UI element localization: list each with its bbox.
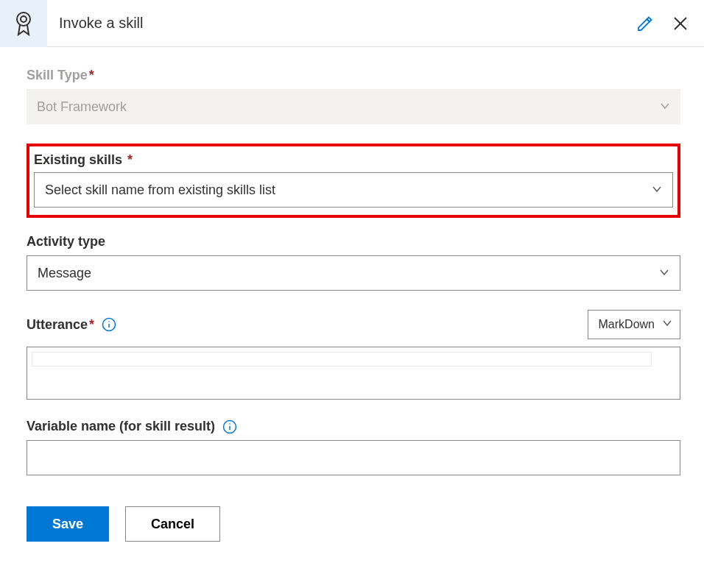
existing-skills-field: Existing skills * Select skill name from… <box>34 152 673 208</box>
skill-type-select: Bot Framework <box>27 89 680 124</box>
utterance-inner-line <box>32 352 652 366</box>
utterance-label: Utterance* <box>27 317 94 333</box>
chevron-down-icon <box>662 318 672 331</box>
utterance-label-row: Utterance* MarkDown <box>27 310 680 339</box>
chevron-down-icon <box>660 99 670 115</box>
utterance-textarea[interactable] <box>27 347 680 400</box>
cancel-button[interactable]: Cancel <box>125 506 220 542</box>
skill-type-value: Bot Framework <box>37 99 127 115</box>
variable-name-field: Variable name (for skill result) <box>27 419 680 475</box>
required-marker: * <box>127 152 133 167</box>
activity-type-value: Message <box>38 266 91 281</box>
utterance-format-select[interactable]: MarkDown <box>588 310 680 339</box>
variable-name-label-group: Variable name (for skill result) <box>27 419 680 434</box>
header-actions <box>630 9 704 38</box>
close-icon <box>672 15 689 32</box>
existing-skills-placeholder: Select skill name from existing skills l… <box>45 183 275 198</box>
svg-point-0 <box>17 13 30 26</box>
info-icon[interactable] <box>222 419 237 434</box>
required-marker: * <box>89 68 94 82</box>
utterance-label-text: Utterance <box>27 317 88 332</box>
svg-point-1 <box>21 16 27 22</box>
variable-name-label: Variable name (for skill result) <box>27 419 215 434</box>
info-icon[interactable] <box>102 317 116 332</box>
close-button[interactable] <box>666 9 695 38</box>
save-button[interactable]: Save <box>27 506 109 542</box>
chevron-down-icon <box>659 266 669 281</box>
existing-skills-highlight: Existing skills * Select skill name from… <box>27 144 680 218</box>
skill-type-label: Skill Type* <box>27 68 94 83</box>
utterance-label-group: Utterance* <box>27 317 116 333</box>
activity-type-field: Activity type Message <box>27 234 680 291</box>
utterance-format-value: MarkDown <box>599 318 655 331</box>
skill-badge-icon <box>0 0 47 47</box>
svg-point-9 <box>229 423 230 425</box>
existing-skills-label: Existing skills * <box>34 152 133 168</box>
button-row: Save Cancel <box>27 506 680 542</box>
chevron-down-icon <box>652 183 662 198</box>
activity-type-select[interactable]: Message <box>27 255 680 291</box>
skill-type-label-text: Skill Type <box>27 68 88 82</box>
required-marker: * <box>89 317 94 332</box>
variable-name-input[interactable] <box>27 440 680 475</box>
svg-point-6 <box>108 321 110 322</box>
form-content: Skill Type* Bot Framework Existing skill… <box>0 47 704 565</box>
existing-skills-label-text: Existing skills <box>34 152 122 167</box>
panel-title: Invoke a skill <box>47 15 630 32</box>
skill-type-field: Skill Type* Bot Framework <box>27 68 680 124</box>
panel-header: Invoke a skill <box>0 0 704 47</box>
edit-button[interactable] <box>630 9 660 38</box>
activity-type-label: Activity type <box>27 234 105 249</box>
pencil-icon <box>636 15 654 32</box>
existing-skills-select[interactable]: Select skill name from existing skills l… <box>34 172 673 208</box>
utterance-field: Utterance* MarkDown <box>27 310 680 400</box>
